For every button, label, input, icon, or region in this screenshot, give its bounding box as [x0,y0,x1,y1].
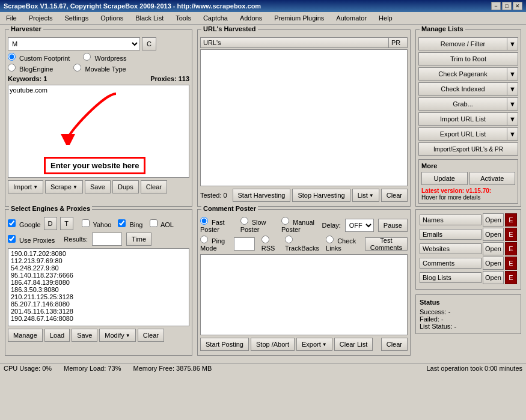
blogengine-radio-label[interactable]: BlogEngine [8,64,53,73]
menu-captcha[interactable]: Captcha [200,13,231,23]
ping-value-input[interactable]: 10 [234,237,255,251]
movable-radio-label[interactable]: Movable Type [73,64,126,73]
minimize-button[interactable]: − [491,2,501,10]
blog-lists-e-button[interactable]: E [505,271,517,284]
clear-proxies-button[interactable]: Clear [138,329,164,342]
clear-button[interactable]: Clear [141,180,167,193]
use-proxies-label[interactable]: Use Proxies [8,235,55,244]
websites-open-button[interactable]: Open [483,242,504,255]
d-button[interactable]: D [44,217,57,230]
time-button[interactable]: Time [126,233,151,246]
menu-blacklist[interactable]: Black List [132,13,167,23]
google-checkbox[interactable] [8,219,16,227]
export-url-list-button[interactable]: Export URL List [418,127,507,141]
menu-tools[interactable]: Tools [172,13,195,23]
dups-button[interactable]: Dups [112,180,139,193]
pause-button[interactable]: Pause [378,219,408,232]
menu-file[interactable]: File [2,13,20,23]
start-posting-button[interactable]: Start Posting [200,338,249,351]
harvester-dropdown[interactable]: M [8,37,140,50]
maximize-button[interactable]: □ [502,2,512,10]
google-checkbox-label[interactable]: Google [8,219,41,228]
grab-dropdown[interactable]: ▼ [507,97,518,111]
update-button[interactable]: Update [421,172,468,185]
c-button[interactable]: C [142,37,156,50]
comments-e-button[interactable]: E [505,257,517,270]
names-e-button[interactable]: E [505,213,517,227]
import-url-list-button[interactable]: Import URL List [418,112,507,126]
comment-area[interactable] [200,254,408,335]
wordpress-radio-label[interactable]: Wordpress [83,53,126,62]
fast-poster-radio[interactable] [200,217,208,225]
load-proxies-button[interactable]: Load [44,329,70,342]
list-button[interactable]: List▼ [352,189,379,202]
close-button[interactable]: ✕ [513,2,522,10]
trim-to-root-button[interactable]: Trim to Root [418,52,518,65]
export-url-dropdown[interactable]: ▼ [507,127,518,141]
trackbacks-radio[interactable] [285,236,293,243]
check-indexed-button[interactable]: Check Indexed [418,82,507,96]
modify-button[interactable]: Modify▼ [99,329,135,342]
aol-checkbox-label[interactable]: AOL [150,219,174,228]
custom-footprint-radio-label[interactable]: Custom Footprint [8,53,70,62]
delay-select[interactable]: OFF [345,219,374,232]
aol-checkbox[interactable] [150,219,157,227]
import-export-pr-button[interactable]: Import/Export URL's & PR [418,142,518,156]
menu-projects[interactable]: Projects [25,13,57,23]
stop-harvesting-button[interactable]: Stop Harvesting [292,189,350,202]
export-poster-button[interactable]: Export▼ [296,338,332,351]
menu-automator[interactable]: Automator [332,13,370,23]
custom-footprint-radio[interactable] [8,53,16,61]
activate-button[interactable]: Activate [469,172,516,185]
bing-checkbox-label[interactable]: Bing [118,219,142,228]
check-indexed-dropdown[interactable]: ▼ [507,82,518,96]
import-url-dropdown[interactable]: ▼ [507,112,518,126]
manage-proxies-button[interactable]: Manage [8,329,43,342]
emails-open-button[interactable]: Open [483,228,504,241]
yahoo-checkbox[interactable] [82,219,90,227]
rss-label[interactable]: RSS [261,236,278,252]
clear-list-button[interactable]: Clear List [334,338,373,351]
wordpress-radio[interactable] [83,53,91,61]
remove-filter-button[interactable]: Remove / Filter [418,37,507,50]
urls-clear-button[interactable]: Clear [381,189,408,202]
manual-poster-label[interactable]: Manual Poster [281,217,319,233]
names-open-button[interactable]: Open [483,213,504,227]
menu-options[interactable]: Options [97,13,127,23]
blog-lists-open-button[interactable]: Open [483,271,504,284]
import-button[interactable]: Import▼ [8,180,43,193]
bing-checkbox[interactable] [118,219,126,227]
t-button[interactable]: T [60,217,73,230]
proxy-list[interactable]: 190.0.17.202:8080 112.213.97.69:80 54.24… [8,248,189,326]
stop-abort-button[interactable]: Stop /Abort [251,338,295,351]
menu-addons[interactable]: Addons [236,13,266,23]
slow-poster-label[interactable]: Slow Poster [240,217,272,233]
grab-button[interactable]: Grab... [418,97,507,111]
urls-list[interactable] [200,49,408,186]
ping-mode-radio[interactable] [200,236,208,243]
start-harvesting-button[interactable]: Start Harvesting [233,189,291,202]
comments-open-button[interactable]: Open [483,257,504,270]
scrape-button[interactable]: Scrape▼ [45,180,83,193]
remove-filter-dropdown[interactable]: ▼ [507,37,518,50]
check-links-radio[interactable] [326,236,334,243]
fast-poster-label[interactable]: Fast Poster [200,217,231,233]
movable-radio[interactable] [73,64,81,72]
results-input[interactable]: 1000 [92,233,122,246]
check-links-label[interactable]: Check Links [326,236,358,252]
save-button[interactable]: Save [85,180,111,193]
menu-settings[interactable]: Settings [61,13,92,23]
poster-clear-button[interactable]: Clear [381,338,408,351]
rss-radio[interactable] [261,236,269,243]
manual-poster-radio[interactable] [281,217,289,225]
yahoo-checkbox-label[interactable]: Yahoo [82,219,112,228]
blogengine-radio[interactable] [8,64,16,72]
slow-poster-radio[interactable] [240,217,248,225]
websites-e-button[interactable]: E [505,242,517,255]
save-proxies-button[interactable]: Save [72,329,97,342]
use-proxies-checkbox[interactable] [8,235,16,243]
trackbacks-label[interactable]: TrackBacks [285,236,319,252]
test-comments-button[interactable]: Test Comments [365,237,408,251]
ping-mode-label[interactable]: Ping Mode [200,236,230,252]
check-pagerank-button[interactable]: Check Pagerank [418,67,507,81]
